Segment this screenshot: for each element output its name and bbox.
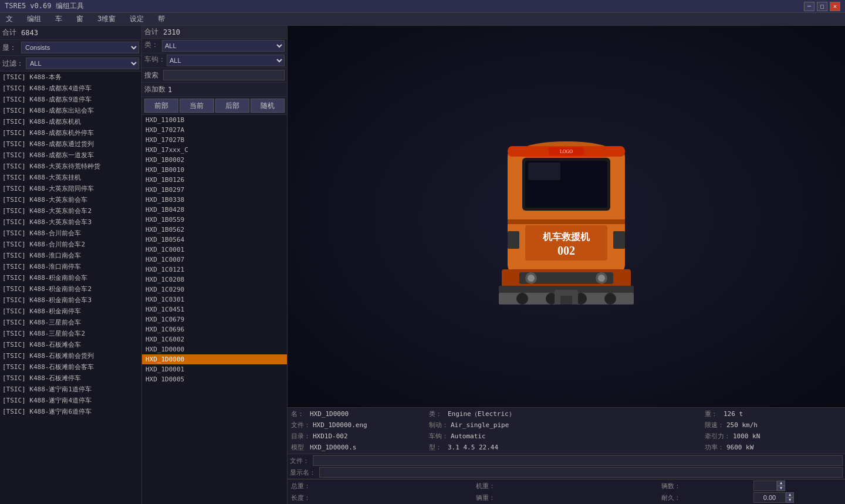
middle-list-item[interactable]: HXD_11001B [142,115,287,125]
left-list-item[interactable]: [TSIC] K488-遂宁南1道停车 [0,384,141,395]
left-list-item[interactable]: [TSIC] K488-本务 [0,72,141,83]
name-label: 名： [291,410,307,418]
middle-list-item[interactable]: HXD_1C0121 [142,265,287,275]
endurance-input[interactable] [753,492,786,503]
middle-list-item[interactable]: HXD_1B0564 [142,235,287,245]
left-list-item[interactable]: [TSIC] K488-合川前会车2 [0,239,141,250]
middle-list-item[interactable]: HXD_1C0290 [142,285,287,295]
left-list-item[interactable]: [TSIC] K488-成都东机机 [0,116,141,127]
left-list-item[interactable]: [TSIC] K488-积金南前会车2 [0,283,141,295]
left-list-item[interactable]: [TSIC] K488-合川前会车 [0,228,141,239]
middle-list-item[interactable]: HXD_1B0126 [142,175,287,185]
middle-list-item[interactable]: HXD_1C0696 [142,324,287,334]
middle-list-item[interactable]: HXD_17027A [142,125,287,135]
type-select[interactable]: ALL [162,40,285,52]
left-total-value: 6843 [21,29,38,37]
left-list-item[interactable]: [TSIC] K488-遂宁南4道停车 [0,395,141,406]
left-list-item[interactable]: [TSIC] K488-遂宁南6道停车 [0,406,141,417]
restore-button[interactable]: □ [817,2,827,11]
left-list-item[interactable]: [TSIC] K488-淮口南会车 [0,250,141,261]
middle-list-item[interactable]: HXD_1C0301 [142,295,287,305]
menu-item-3维窗[interactable]: 3维窗 [94,13,119,25]
left-list-item[interactable]: [TSIC] K488-淮口南停车 [0,261,141,272]
middle-total-row: 合计 2310 [142,26,287,39]
axle-spin-up[interactable]: ▲ [777,481,785,486]
middle-list-item[interactable]: HXD_17xxx_C [142,145,287,155]
left-list-item[interactable]: [TSIC] K488-成都东机外停车 [0,127,141,138]
middle-list-item[interactable]: HXD_1C0451 [142,305,287,314]
file-bottom-input[interactable] [313,455,843,466]
middle-list-item[interactable]: HXD_1B0428 [142,205,287,215]
left-list-item[interactable]: [TSIC] K488-积金南前会车3 [0,295,141,306]
middle-list-item[interactable]: HXD_1C0007 [142,255,287,265]
endurance-spin-up[interactable]: ▲ [786,492,794,498]
left-list-item[interactable]: [TSIC] K488-积金南前会车 [0,272,141,283]
left-list-item[interactable]: [TSIC] K488-成都东9道停车 [0,94,141,105]
left-list-item[interactable]: [TSIC] K488-石板滩会车 [0,339,141,350]
left-list-item[interactable]: [TSIC] K488-大英东前会车 [0,194,141,205]
middle-list-item[interactable]: HXD_1B0010 [142,165,287,175]
middle-list-item[interactable]: HXD_17027B [142,135,287,145]
endurance-spin[interactable]: ▲ ▼ [753,492,841,503]
tractive-value: 1000 kN [733,432,760,440]
coupler-select[interactable]: ALL [167,55,285,66]
left-list-item[interactable]: [TSIC] K488-积金南停车 [0,306,141,317]
left-list-item[interactable]: [TSIC] K488-石板滩停车 [0,373,141,384]
display-name-input[interactable] [319,467,843,478]
close-button[interactable]: ✕ [830,2,840,11]
left-list-item[interactable]: [TSIC] K488-大英东前会车3 [0,217,141,228]
middle-list-item[interactable]: HXD_1B0559 [142,215,287,225]
left-list-item[interactable]: [TSIC] K488-大英东待荒特种货 [0,161,141,172]
axle-spin[interactable]: ▲ ▼ [753,481,841,491]
middle-list-item[interactable]: HXD_1D0000 [142,354,287,364]
nav-btn-当前[interactable]: 当前 [180,99,214,113]
svg-rect-5 [508,219,625,224]
nav-btn-前部[interactable]: 前部 [144,99,178,113]
endurance-spin-down[interactable]: ▼ [786,498,794,503]
type-label-d: 类： [429,410,445,418]
left-list-item[interactable]: [TSIC] K488-成都东一道发车 [0,150,141,161]
menu-item-车[interactable]: 车 [52,13,66,25]
left-list[interactable]: [TSIC] K488-本务[TSIC] K488-成都东4道停车[TSIC] … [0,72,141,504]
middle-list-item[interactable]: HXD_1B0297 [142,185,287,195]
menu-item-窗[interactable]: 窗 [73,13,87,25]
minimize-button[interactable]: ─ [804,2,814,11]
menu-item-帮[interactable]: 帮 [154,13,168,25]
left-list-item[interactable]: [TSIC] K488-石板滩前会客车 [0,361,141,373]
add-value: 1 [168,86,172,94]
menu-item-文[interactable]: 文 [2,13,16,25]
filter-select[interactable]: ALL [26,57,139,69]
left-list-item[interactable]: [TSIC] K488-大英东前会车2 [0,205,141,217]
nav-btn-后部[interactable]: 后部 [215,99,249,113]
middle-list-item[interactable]: HXD 1D0005 [142,374,287,384]
axle-spin-down[interactable]: ▼ [777,486,785,491]
left-list-item[interactable]: [TSIC] K488-成都东4道停车 [0,83,141,94]
middle-list-item[interactable]: HXD_1C0208 [142,275,287,285]
power-label: 功率： [705,443,724,452]
left-filter-row: 过滤： ALL [0,56,141,72]
menu-item-编组[interactable]: 编组 [23,13,45,25]
middle-list-item[interactable]: HXD_1B0562 [142,225,287,235]
coupler-row-d: 车钩： Automatic [429,431,566,441]
left-list-item[interactable]: [TSIC] K488-大英东陪同停车 [0,183,141,194]
left-list-item[interactable]: [TSIC] K488-三星前会车2 [0,328,141,339]
middle-list-item[interactable]: HXD_1B0002 [142,155,287,165]
left-list-item[interactable]: [TSIC] K488-三星前会车 [0,317,141,328]
search-input[interactable] [163,70,285,80]
left-list-item[interactable]: [TSIC] K488-大英东挂机 [0,172,141,183]
middle-list-item[interactable]: HXD_1C6002 [142,334,287,344]
left-list-item[interactable]: [TSIC] K488-成都东通过货列 [0,138,141,150]
3d-viewport[interactable]: LOGO 机车救援机 002 [288,26,845,407]
middle-list[interactable]: HXD_11001BHXD_17027AHXD_17027BHXD_17xxx_… [142,115,287,504]
left-list-item[interactable]: [TSIC] K488-成都东出站会车 [0,105,141,116]
middle-list-item[interactable]: HXD_1D0000 [142,344,287,354]
axle-input[interactable] [753,481,777,491]
middle-list-item[interactable]: HXD_1B0338 [142,195,287,205]
nav-btn-随机[interactable]: 随机 [251,99,285,113]
middle-list-item[interactable]: HXD_1C0679 [142,314,287,324]
display-select[interactable]: Consists [21,42,139,53]
middle-list-item[interactable]: HXD_1C0001 [142,245,287,255]
menu-item-设定[interactable]: 设定 [126,13,147,25]
middle-list-item[interactable]: HXD_1D0001 [142,364,287,374]
left-list-item[interactable]: [TSIC] K488-石板滩前会货列 [0,350,141,361]
